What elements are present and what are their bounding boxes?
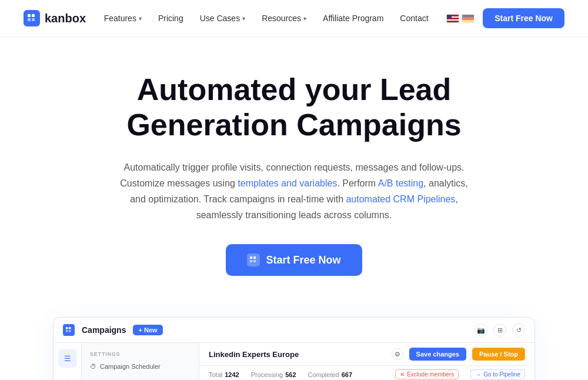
- arrow-icon: →: [475, 371, 481, 378]
- logo[interactable]: kanbox: [24, 10, 86, 26]
- hero-subtitle: Automatically trigger profile visits, co…: [118, 159, 470, 224]
- logo-icon: [24, 10, 40, 26]
- pause-stop-button[interactable]: Pause / Stop: [472, 348, 525, 361]
- svg-rect-8: [66, 327, 68, 329]
- chevron-down-icon: ▾: [242, 15, 245, 22]
- brand-name: kanbox: [45, 12, 86, 25]
- app-logo-small: [63, 324, 75, 336]
- svg-rect-4: [250, 256, 252, 259]
- app-content: SETTINGS ⏱ Campaign Scheduler PLAYING Li…: [82, 343, 534, 380]
- sidebar-icon-circle[interactable]: ⊙: [58, 372, 77, 380]
- svg-rect-7: [253, 260, 256, 262]
- x-icon: ✕: [400, 371, 405, 378]
- exclude-members-button[interactable]: ✕ Exclude members: [395, 369, 459, 379]
- settings-section-label: SETTINGS: [82, 349, 199, 359]
- stat-completed: Completed 667: [308, 371, 353, 378]
- hero-section: Automated your Lead Generation Campaigns…: [59, 37, 529, 299]
- campaign-settings-icon[interactable]: ⚙: [392, 348, 403, 360]
- language-selector[interactable]: [446, 14, 475, 23]
- app-body: ☰ ⊙ ⏱ 📋 ⚙ SETTINGS ⏱ Campaign Scheduler: [54, 343, 534, 380]
- svg-rect-1: [32, 14, 35, 17]
- nav-links: Features ▾ Pricing Use Cases ▾ Resources…: [104, 14, 429, 23]
- nav-affiliate[interactable]: Affiliate Program: [323, 14, 383, 23]
- campaign-header: Linkedin Experts Europe ⚙ Save changes P…: [199, 343, 534, 366]
- hero-cta-button[interactable]: Start Free Now: [226, 244, 362, 276]
- app-new-button[interactable]: + New: [133, 325, 162, 335]
- hero-title: Automated your Lead Generation Campaigns: [71, 72, 517, 143]
- flag-de-icon: [462, 14, 475, 23]
- clock-icon: ⏱: [90, 363, 96, 370]
- campaign-name: Linkedin Experts Europe: [209, 350, 386, 359]
- hero-cta-label: Start Free Now: [266, 254, 340, 266]
- sidebar-icon-menu[interactable]: ☰: [58, 349, 77, 368]
- app-topbar: Campaigns + New 📷 ⊞ ↺: [54, 318, 534, 343]
- svg-rect-10: [66, 330, 68, 332]
- chevron-down-icon: ▾: [303, 15, 306, 22]
- svg-rect-5: [253, 256, 256, 259]
- nav-right: Start Free Now: [446, 8, 564, 28]
- campaign-scheduler-item[interactable]: ⏱ Campaign Scheduler: [82, 359, 199, 374]
- svg-rect-0: [28, 14, 31, 17]
- navbar-cta-button[interactable]: Start Free Now: [483, 8, 564, 28]
- app-preview: Campaigns + New 📷 ⊞ ↺ ☰ ⊙ ⏱ 📋 ⚙: [53, 317, 535, 380]
- app-topbar-icons: 📷 ⊞ ↺: [475, 324, 525, 336]
- svg-rect-11: [69, 330, 71, 332]
- go-to-pipeline-button[interactable]: → Go to Pipeline: [470, 369, 525, 379]
- stat-total: Total 1242: [209, 371, 239, 378]
- app-left-panel: SETTINGS ⏱ Campaign Scheduler PLAYING Li…: [82, 343, 199, 380]
- app-main-panel: Linkedin Experts Europe ⚙ Save changes P…: [199, 343, 534, 380]
- svg-rect-6: [250, 260, 252, 262]
- svg-rect-2: [28, 18, 31, 21]
- app-campaigns-title: Campaigns: [82, 325, 126, 335]
- stats-bar: Total 1242 Processing 562 Completed 667: [199, 366, 534, 380]
- svg-rect-3: [32, 18, 35, 21]
- hero-link-ab-testing[interactable]: A/B testing: [378, 178, 423, 188]
- flag-us-icon: [446, 14, 459, 23]
- hero-cta-icon: [247, 254, 260, 266]
- stat-processing: Processing 562: [251, 371, 296, 378]
- hero-subtitle-text2: . Perform: [337, 178, 377, 188]
- hero-link-crm[interactable]: automated CRM Pipelines: [346, 194, 455, 204]
- app-icon-refresh[interactable]: ↺: [512, 324, 525, 336]
- app-sidebar: ☰ ⊙ ⏱ 📋 ⚙: [54, 343, 82, 380]
- svg-rect-9: [69, 327, 71, 329]
- nav-features[interactable]: Features ▾: [104, 14, 142, 23]
- navbar: kanbox Features ▾ Pricing Use Cases ▾ Re…: [0, 0, 588, 37]
- nav-contact[interactable]: Contact: [400, 14, 428, 23]
- hero-link-templates[interactable]: templates and variables: [238, 178, 337, 188]
- nav-pricing[interactable]: Pricing: [158, 14, 183, 23]
- chevron-down-icon: ▾: [139, 15, 142, 22]
- nav-resources[interactable]: Resources ▾: [262, 14, 306, 23]
- app-preview-wrapper: Campaigns + New 📷 ⊞ ↺ ☰ ⊙ ⏱ 📋 ⚙: [0, 299, 588, 380]
- nav-use-cases[interactable]: Use Cases ▾: [200, 14, 245, 23]
- app-icon-photo[interactable]: 📷: [475, 324, 487, 336]
- app-icon-grid[interactable]: ⊞: [493, 324, 506, 336]
- save-changes-button[interactable]: Save changes: [409, 348, 466, 361]
